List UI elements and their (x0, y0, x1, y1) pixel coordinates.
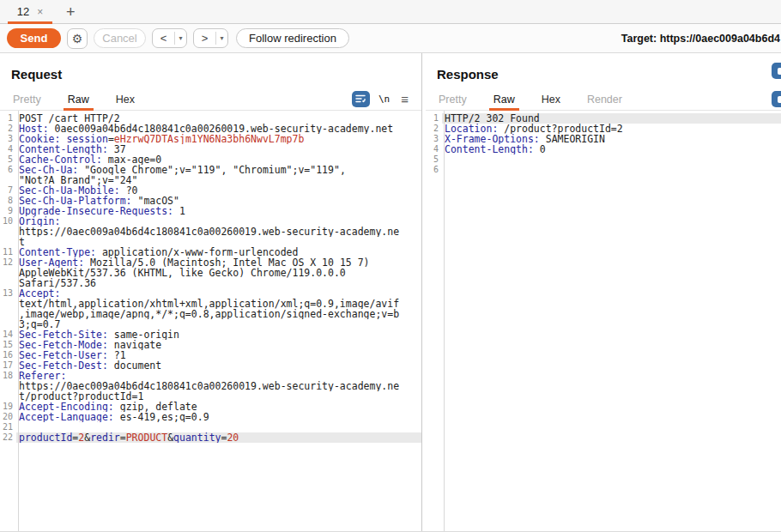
code-line[interactable]: 2Location: /product?productId=2 (426, 124, 781, 134)
code-line[interactable]: 11Content-Type: application/x-www-form-u… (0, 247, 421, 257)
code-line[interactable]: 1HTTP/2 302 Found (426, 113, 781, 124)
line-content: X-Frame-Options: SAMEORIGIN (442, 134, 781, 144)
line-content: Location: /product?productId=2 (442, 124, 781, 134)
cancel-button[interactable]: Cancel (94, 28, 146, 48)
code-line[interactable]: 12User-Agent: Mozilla/5.0 (Macintosh; In… (0, 257, 421, 268)
code-line[interactable]: 22productId=2&redir=PRODUCT&quantity=20 (0, 432, 421, 443)
code-line[interactable]: 6Sec-Ch-Ua: "Google Chrome";v="119", "Ch… (0, 165, 421, 175)
line-content: AppleWebKit/537.36 (KHTML, like Gecko) C… (16, 268, 421, 278)
code-line[interactable]: 8Sec-Ch-Ua-Platform: "macOS" (0, 196, 421, 206)
line-content (16, 422, 421, 432)
repeater-toolbar: Send ⚙ Cancel < ▾ > ▾ Follow redirection… (0, 24, 781, 53)
code-line[interactable]: 18Referer: (0, 371, 421, 381)
repeater-tab-12[interactable]: 12 × (8, 0, 52, 23)
request-raw-editor[interactable]: 1POST /cart HTTP/22Host: 0aec009a04b6d4c… (0, 111, 421, 531)
line-number: 10 (0, 216, 15, 227)
code-line[interactable]: AppleWebKit/537.36 (KHTML, like Gecko) C… (0, 268, 421, 278)
inspector-toggle-button[interactable] (772, 63, 781, 79)
view-tab-raw[interactable]: Raw (492, 88, 517, 110)
line-content: https://0aec009a04b6d4c180841c0a00260019… (16, 381, 421, 391)
line-content: Sec-Ch-Ua-Mobile: ?0 (16, 185, 421, 196)
line-content: t (16, 237, 421, 247)
line-number (0, 299, 15, 309)
line-content: productId=2&redir=PRODUCT&quantity=20 (16, 432, 421, 443)
line-number (0, 319, 15, 329)
line-number: 19 (0, 402, 15, 412)
word-wrap-toggle-button[interactable] (352, 91, 370, 107)
code-line[interactable]: 4Content-Length: 37 (0, 144, 421, 154)
forward-dropdown-caret-icon[interactable]: ▾ (216, 34, 227, 42)
line-number (0, 381, 15, 391)
code-line[interactable]: 3;q=0.7 (0, 319, 421, 329)
code-line[interactable]: 1POST /cart HTTP/2 (0, 113, 421, 124)
line-content: Host: 0aec009a04b6d4c180841c0a00260019.w… (16, 124, 421, 134)
code-line[interactable]: 20Accept-Language: es-419,es;q=0.9 (0, 412, 421, 422)
code-line[interactable]: 7Sec-Ch-Ua-Mobile: ?0 (0, 185, 421, 196)
code-line[interactable]: 6 (426, 165, 781, 175)
code-line[interactable]: ,image/webp,image/apng,*/*;q=0.8,applica… (0, 309, 421, 319)
code-line[interactable]: 2Host: 0aec009a04b6d4c180841c0a00260019.… (0, 124, 421, 134)
line-number: 8 (0, 196, 15, 206)
code-line[interactable]: 9Upgrade-Insecure-Requests: 1 (0, 206, 421, 216)
back-history-button[interactable]: < ▾ (152, 28, 187, 48)
response-raw-editor[interactable]: 1HTTP/2 302 Found2Location: /product?pro… (426, 111, 781, 531)
code-line[interactable]: 19Accept-Encoding: gzip, deflate (0, 402, 421, 412)
code-line[interactable]: https://0aec009a04b6d4c180841c0a00260019… (0, 227, 421, 237)
view-tab-pretty[interactable]: Pretty (11, 88, 43, 110)
show-newlines-toggle[interactable]: \n (378, 94, 390, 105)
code-line[interactable]: 3Cookie: session=eHzrwQ7DTAsjm1YN6Na3bh6… (0, 134, 421, 144)
code-line[interactable]: 15Sec-Fetch-Mode: navigate (0, 340, 421, 350)
code-line[interactable]: t (0, 237, 421, 247)
code-line[interactable]: 13Accept: (0, 288, 421, 299)
code-line[interactable]: 5Cache-Control: max-age=0 (0, 154, 421, 165)
line-content: ,image/webp,image/apng,*/*;q=0.8,applica… (16, 309, 421, 319)
line-content: Content-Length: 37 (16, 144, 421, 154)
code-line[interactable]: 4Content-Length: 0 (426, 144, 781, 154)
line-number: 1 (0, 113, 15, 124)
new-tab-button[interactable]: + (66, 4, 76, 20)
line-content: Sec-Fetch-User: ?1 (16, 350, 421, 360)
editor-menu-icon[interactable]: ≡ (401, 92, 409, 106)
view-tab-raw[interactable]: Raw (66, 88, 91, 110)
response-panel: Response PrettyRawHexRender 1HTTP/2 302 … (426, 53, 781, 531)
code-line[interactable]: "Not?A_Brand";v="24" (0, 175, 421, 185)
view-tab-hex[interactable]: Hex (114, 88, 136, 110)
code-line[interactable]: 14Sec-Fetch-Site: same-origin (0, 329, 421, 340)
close-tab-icon[interactable]: × (37, 7, 43, 17)
line-number: 17 (0, 360, 15, 371)
code-line[interactable]: Safari/537.36 (0, 278, 421, 288)
code-line[interactable]: 17Sec-Fetch-Dest: document (0, 360, 421, 371)
code-line[interactable]: text/html,application/xhtml+xml,applicat… (0, 299, 421, 309)
line-content: Accept: (16, 288, 421, 299)
code-line[interactable]: t/product?productId=1 (0, 391, 421, 402)
view-tab-render[interactable]: Render (585, 88, 624, 110)
line-number: 16 (0, 350, 15, 360)
code-line[interactable]: 3X-Frame-Options: SAMEORIGIN (426, 134, 781, 144)
line-number (0, 227, 15, 237)
line-content (442, 165, 781, 175)
settings-gear-button[interactable]: ⚙ (67, 28, 88, 49)
forward-history-button[interactable]: > ▾ (193, 28, 228, 48)
code-line[interactable]: https://0aec009a04b6d4c180841c0a00260019… (0, 381, 421, 391)
follow-redirection-button[interactable]: Follow redirection (236, 28, 349, 48)
view-tab-hex[interactable]: Hex (540, 88, 562, 110)
line-content: Accept-Encoding: gzip, deflate (16, 402, 421, 412)
line-number (0, 391, 15, 402)
request-panel: Request PrettyRawHex \n ≡ (0, 53, 422, 531)
code-line[interactable]: 16Sec-Fetch-User: ?1 (0, 350, 421, 360)
view-tab-pretty[interactable]: Pretty (437, 88, 469, 110)
line-number: 2 (0, 124, 15, 134)
line-number: 2 (426, 124, 441, 134)
burp-repeater-window: 12 × + Send ⚙ Cancel < ▾ > ▾ Follow redi… (0, 0, 781, 532)
line-content: Sec-Fetch-Site: same-origin (16, 329, 421, 340)
line-content: Sec-Fetch-Mode: navigate (16, 340, 421, 350)
line-number: 7 (0, 185, 15, 196)
line-number: 3 (0, 134, 15, 144)
line-number (0, 175, 15, 185)
code-line[interactable]: 5 (426, 154, 781, 165)
send-button[interactable]: Send (7, 28, 61, 48)
code-line[interactable]: 21 (0, 422, 421, 432)
response-word-wrap-toggle-button[interactable] (772, 91, 781, 107)
back-dropdown-caret-icon[interactable]: ▾ (175, 34, 186, 42)
code-line[interactable]: 10Origin: (0, 216, 421, 227)
